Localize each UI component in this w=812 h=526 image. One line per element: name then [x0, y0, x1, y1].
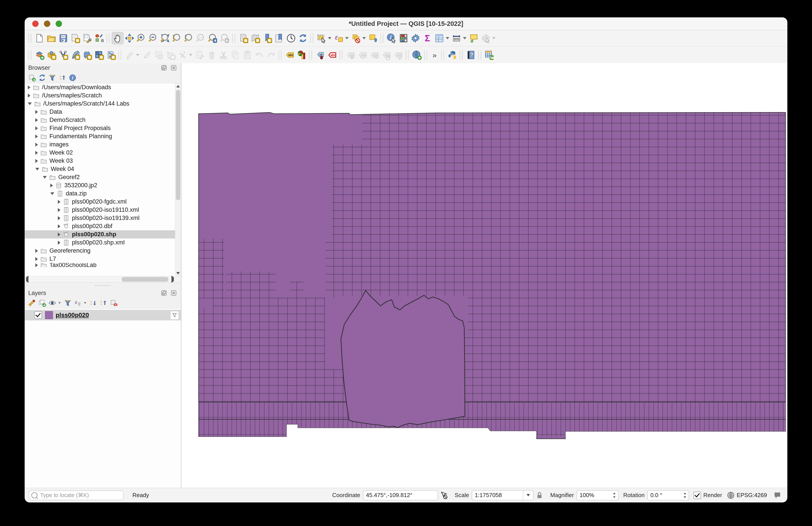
new-shapefile-layer-button[interactable] [57, 49, 69, 61]
manage-map-themes-button[interactable] [47, 298, 57, 308]
show-hide-labels-button[interactable]: abc [357, 49, 368, 61]
move-label-button[interactable]: abc [345, 49, 357, 61]
zoom-next-button[interactable] [219, 32, 231, 44]
remove-layer-group-button[interactable] [108, 298, 119, 308]
refresh-browser-button[interactable] [37, 73, 47, 83]
style-manager-button[interactable]: a [93, 32, 105, 44]
chevron-down-icon[interactable] [28, 102, 32, 105]
highlight-pinned-labels-button[interactable]: abc [326, 49, 338, 61]
map-tips-button[interactable] [468, 32, 480, 44]
scrollbar-thumb[interactable] [121, 277, 168, 282]
browser-item[interactable]: plss00p020.shp.xml [25, 239, 181, 247]
digitize-with-segment-button[interactable] [164, 49, 176, 61]
toolbar-overflow-chevron[interactable]: » [433, 51, 437, 59]
panel-resize-grip[interactable] [25, 283, 181, 288]
field-calculator-button[interactable] [397, 32, 409, 44]
browser-close-button[interactable] [170, 64, 177, 72]
pan-to-selection-button[interactable] [124, 32, 135, 44]
new-map-view-button[interactable] [237, 32, 249, 44]
new-mesh-layer-button[interactable] [93, 49, 105, 61]
browser-item[interactable]: Data [25, 108, 181, 116]
chevron-right-icon[interactable] [35, 143, 38, 147]
zoom-to-selection-button[interactable] [183, 32, 195, 44]
open-attribute-table-button[interactable] [433, 32, 445, 44]
browser-vertical-scrollbar[interactable] [175, 83, 181, 276]
layer-diagram-button[interactable] [296, 49, 308, 61]
modify-attributes-button[interactable] [194, 49, 206, 61]
scroll-left-icon[interactable] [26, 278, 28, 281]
chevron-right-icon[interactable] [28, 94, 30, 98]
metasearch-button[interactable] [411, 49, 423, 61]
measure-line-button[interactable] [451, 32, 463, 44]
chevron-right-icon[interactable] [35, 134, 38, 139]
new-virtual-layer-button[interactable] [81, 49, 93, 61]
collapse-all-button[interactable] [57, 73, 68, 83]
scroll-right-icon[interactable] [172, 278, 174, 281]
toolbar-grip[interactable] [28, 34, 31, 43]
toolbar-grip[interactable] [339, 51, 343, 59]
chevron-right-icon[interactable] [28, 85, 30, 89]
save-project-button[interactable] [57, 32, 69, 44]
lock-scale-icon[interactable] [535, 491, 544, 499]
chevron-down-icon[interactable] [43, 176, 47, 179]
layer-item-plss00p020[interactable]: plss00p020 [25, 310, 181, 321]
new-project-button[interactable] [33, 32, 45, 44]
browser-horizontal-scrollbar[interactable] [25, 276, 181, 282]
chevron-right-icon[interactable] [58, 232, 60, 237]
spin-up-icon[interactable] [684, 493, 686, 494]
messages-icon[interactable] [773, 491, 782, 499]
temporal-controller-button[interactable] [285, 32, 297, 44]
toolbar-grip[interactable] [380, 34, 383, 43]
open-project-button[interactable] [45, 32, 57, 44]
toolbar-grip[interactable] [309, 51, 312, 59]
browser-item[interactable]: plss00p020-iso19110.xml [25, 206, 181, 214]
browser-item[interactable]: Week 04 [25, 165, 181, 173]
toggle-extents-icon[interactable] [440, 491, 448, 499]
browser-float-button[interactable] [160, 64, 168, 72]
browser-item[interactable]: L7 [25, 255, 181, 263]
browser-item[interactable]: /Users/maples/Scratch/144 Labs [25, 100, 181, 108]
save-layer-edits-button[interactable] [153, 49, 164, 61]
zoom-last-button[interactable] [207, 32, 219, 44]
show-spatial-bookmarks-button[interactable] [273, 32, 285, 44]
new-geopackage-layer-button[interactable] [45, 49, 57, 61]
chevron-right-icon[interactable] [35, 151, 38, 155]
manage-map-themes-dropdown-icon[interactable] [58, 302, 61, 304]
delete-selected-button[interactable] [206, 49, 218, 61]
chevron-right-icon[interactable] [58, 200, 60, 204]
browser-item[interactable]: /Users/maples/Scratch [25, 91, 181, 100]
refresh-map-button[interactable] [297, 32, 309, 44]
browser-item[interactable]: Tax00SchoolsLab [25, 263, 181, 267]
chevron-right-icon[interactable] [58, 216, 60, 220]
spin-down-icon[interactable] [613, 496, 615, 498]
browser-item-selected[interactable]: plss00p020.shp [25, 230, 181, 239]
chevron-right-icon[interactable] [35, 249, 38, 253]
zoom-in-button[interactable] [135, 32, 147, 44]
toolbar-grip[interactable] [278, 51, 281, 59]
chevron-right-icon[interactable] [35, 118, 38, 122]
spin-up-icon[interactable] [613, 493, 615, 494]
current-edits-dropdown-icon[interactable] [136, 54, 140, 56]
layer-visibility-checkbox[interactable] [34, 311, 42, 319]
chevron-right-icon[interactable] [58, 208, 60, 212]
deselect-features-button[interactable] [350, 32, 362, 44]
filter-legend-button[interactable] [63, 298, 73, 308]
statistical-summary-button[interactable]: Σ [421, 32, 433, 44]
render-checkbox[interactable] [694, 492, 701, 499]
toolbar-grip[interactable] [118, 51, 121, 59]
new-spatialite-layer-button[interactable] [69, 49, 81, 61]
locator-search[interactable] [29, 491, 124, 500]
browser-item[interactable]: Final Project Proposals [25, 124, 181, 132]
map-canvas[interactable] [182, 63, 787, 488]
expand-all-layers-button[interactable] [88, 298, 98, 308]
undo-button[interactable] [253, 49, 265, 61]
select-features-by-value-button[interactable] [367, 32, 379, 44]
change-label-button[interactable]: abc [392, 49, 404, 61]
zoom-to-layer-button[interactable] [171, 32, 183, 44]
layers-float-button[interactable] [160, 289, 168, 297]
open-attribute-table-dropdown-icon[interactable] [446, 37, 449, 39]
browser-item[interactable]: /Users/maples/Downloads [25, 83, 181, 91]
filter-browser-button[interactable] [47, 73, 57, 83]
browser-item[interactable]: plss00p020-iso19139.xml [25, 214, 181, 222]
chevron-right-icon[interactable] [50, 184, 53, 187]
